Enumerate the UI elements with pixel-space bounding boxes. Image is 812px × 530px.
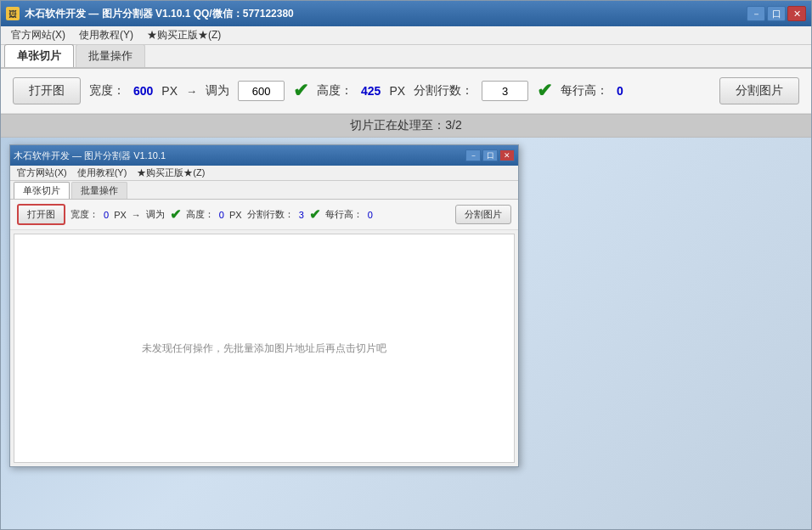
maximize-button[interactable]: 口: [767, 6, 786, 21]
inner-content-area: 未发现任何操作，先批量添加图片地址后再点击切片吧: [14, 234, 515, 463]
inner-height-value: 0: [219, 210, 224, 220]
inner-arrow-icon: →: [132, 210, 141, 220]
width-value: 600: [133, 84, 153, 98]
inner-adjust-label: 调为: [146, 208, 165, 221]
window-title: 木石软件开发 — 图片分割器 V1.10.1 QQ/微信：577122380: [25, 7, 294, 21]
inner-toolbar: 打开图 宽度： 0 PX → 调为 ✔ 高度： 0 PX 分割行数： 3 ✔ 每…: [10, 200, 518, 230]
tab-single[interactable]: 单张切片: [4, 44, 74, 67]
open-image-button[interactable]: 打开图: [13, 77, 81, 104]
width-check-icon: ✔: [293, 80, 308, 102]
inner-row-height-value: 0: [368, 210, 373, 220]
inner-hint-text: 未发现任何操作，先批量添加图片地址后再点击切片吧: [142, 341, 386, 356]
inner-split-button[interactable]: 分割图片: [455, 205, 511, 224]
status-bar: 切片正在处理至：3/2: [1, 114, 811, 138]
height-value: 425: [361, 84, 381, 98]
rows-check-icon: ✔: [537, 80, 552, 102]
inner-width-value: 0: [104, 210, 109, 220]
inner-row-height-label: 每行高：: [325, 208, 363, 221]
app-icon: 🖼: [6, 7, 20, 20]
height-unit: PX: [389, 84, 405, 98]
inner-width-label: 宽度：: [70, 208, 99, 221]
inner-minimize-button[interactable]: －: [465, 149, 481, 161]
tab-bar: 单张切片 批量操作: [1, 45, 811, 69]
inner-window-title: 木石软件开发 — 图片分割器 V1.10.1: [14, 149, 166, 162]
width-label: 宽度：: [89, 83, 125, 99]
inner-height-unit: PX: [229, 210, 242, 220]
status-text: 切片正在处理至：3/2: [350, 118, 461, 132]
inner-window-container: 木石软件开发 — 图片分割器 V1.10.1 － 口 ✕ 官方网站(X) 使用教…: [1, 138, 811, 529]
minimize-button[interactable]: －: [747, 6, 765, 21]
tab-batch[interactable]: 批量操作: [76, 44, 145, 67]
inner-maximize-button[interactable]: 口: [482, 149, 498, 161]
menu-tutorial[interactable]: 使用教程(Y): [72, 26, 140, 44]
arrow-icon: →: [186, 85, 197, 98]
rows-input[interactable]: [482, 81, 528, 101]
title-bar: 🖼 木石软件开发 — 图片分割器 V1.10.1 QQ/微信：577122380…: [1, 1, 811, 26]
inner-width-unit: PX: [114, 210, 127, 220]
split-button[interactable]: 分割图片: [719, 77, 799, 104]
inner-rows-value: 3: [299, 210, 304, 220]
inner-rows-label: 分割行数：: [247, 208, 294, 221]
inner-title-bar: 木石软件开发 — 图片分割器 V1.10.1 － 口 ✕: [10, 145, 518, 166]
inner-close-button[interactable]: ✕: [499, 149, 515, 161]
menu-bar: 官方网站(X) 使用教程(Y) ★购买正版★(Z): [1, 26, 811, 45]
inner-menu-purchase[interactable]: ★购买正版★(Z): [132, 166, 210, 180]
toolbar: 打开图 宽度： 600 PX → 调为 ✔ 高度： 425 PX 分割行数： ✔…: [1, 69, 811, 114]
inner-window: 木石软件开发 — 图片分割器 V1.10.1 － 口 ✕ 官方网站(X) 使用教…: [9, 144, 519, 467]
rows-label: 分割行数：: [414, 83, 473, 99]
menu-purchase[interactable]: ★购买正版★(Z): [140, 26, 228, 44]
width-unit: PX: [161, 84, 178, 98]
inner-menu-tutorial[interactable]: 使用教程(Y): [72, 166, 133, 180]
menu-official[interactable]: 官方网站(X): [4, 26, 72, 44]
close-button[interactable]: ✕: [787, 6, 806, 21]
inner-menu-bar: 官方网站(X) 使用教程(Y) ★购买正版★(Z): [10, 166, 518, 181]
inner-window-controls: － 口 ✕: [465, 149, 515, 161]
row-height-label: 每行高：: [561, 83, 608, 99]
title-bar-left: 🖼 木石软件开发 — 图片分割器 V1.10.1 QQ/微信：577122380: [6, 7, 294, 21]
inner-open-button[interactable]: 打开图: [17, 204, 65, 225]
inner-tab-single[interactable]: 单张切片: [14, 182, 70, 199]
row-height-value: 0: [617, 84, 623, 98]
inner-title-bar-left: 木石软件开发 — 图片分割器 V1.10.1: [14, 149, 166, 162]
inner-rows-check-icon: ✔: [309, 206, 320, 223]
adjust-input[interactable]: [238, 81, 285, 101]
main-window: 🖼 木石软件开发 — 图片分割器 V1.10.1 QQ/微信：577122380…: [0, 0, 812, 530]
inner-menu-official[interactable]: 官方网站(X): [12, 166, 72, 180]
inner-tab-bar: 单张切片 批量操作: [10, 181, 518, 200]
inner-width-check-icon: ✔: [170, 206, 181, 223]
inner-tab-batch[interactable]: 批量操作: [71, 182, 127, 199]
window-controls: － 口 ✕: [747, 6, 806, 21]
adjust-label: 调为: [206, 83, 229, 99]
inner-height-label: 高度：: [186, 208, 214, 221]
height-label: 高度：: [317, 83, 352, 99]
